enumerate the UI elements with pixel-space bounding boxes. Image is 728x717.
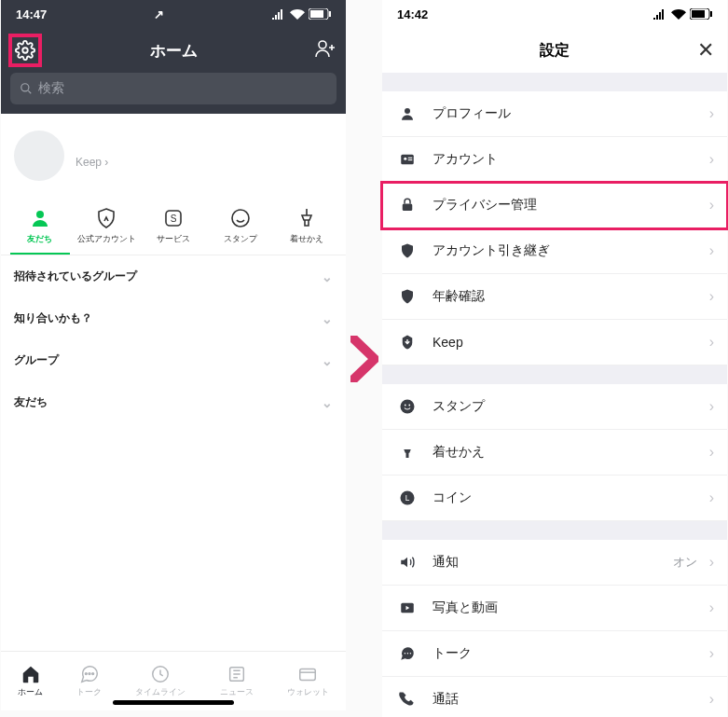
svg-point-32 <box>407 653 409 655</box>
chevron-right-icon: › <box>709 444 714 461</box>
close-button[interactable]: ✕ <box>697 38 714 62</box>
settings-row-label: Keep <box>433 335 463 350</box>
section-gap <box>382 73 727 91</box>
section-gap <box>382 365 727 384</box>
svg-rect-23 <box>408 159 413 160</box>
chevron-right-icon: › <box>709 600 714 616</box>
svg-point-6 <box>36 211 44 218</box>
settings-button[interactable] <box>10 35 40 65</box>
person-icon <box>29 207 51 229</box>
settings-row-label: トーク <box>433 645 472 662</box>
chevron-down-icon: ⌄ <box>322 311 333 326</box>
nav-bar: 設定 ✕ <box>382 28 727 73</box>
search-input[interactable]: 検索 <box>10 73 337 104</box>
news-icon <box>227 664 247 684</box>
svg-point-26 <box>405 405 406 407</box>
chevron-right-icon: › <box>709 151 714 168</box>
svg-point-10 <box>85 673 87 675</box>
settings-row-id[interactable]: アカウント› <box>382 137 727 183</box>
settings-row-phone[interactable]: 通話› <box>382 677 727 717</box>
settings-row-shield[interactable]: 年齢確認› <box>382 274 727 320</box>
tab-service[interactable]: S サービス <box>144 207 203 255</box>
phone-home-screen: 14:47 ↗ ホーム 検索 Keep 友だち <box>1 0 346 710</box>
chevron-down-icon: ⌄ <box>322 269 333 284</box>
bt-talk[interactable]: トーク <box>76 664 102 698</box>
row-groups[interactable]: グループ⌄ <box>1 339 346 381</box>
chevron-right-icon: › <box>709 105 714 122</box>
tab-official[interactable]: 公式アカウント <box>76 207 136 255</box>
add-friend-button[interactable] <box>314 37 337 63</box>
svg-rect-2 <box>329 11 331 17</box>
service-icon: S <box>162 207 185 229</box>
settings-row-media[interactable]: 写真と動画› <box>382 586 727 631</box>
settings-row-label: アカウント引き継ぎ <box>433 242 550 259</box>
download-icon <box>397 334 418 351</box>
svg-point-11 <box>89 673 90 675</box>
row-friends[interactable]: 友だち⌄ <box>1 381 346 423</box>
page-title: 設定 <box>540 41 570 61</box>
section-gap <box>382 521 727 540</box>
settings-row-lock[interactable]: プライバシー管理› <box>382 183 727 228</box>
phone-settings-screen: 14:42 設定 ✕ プロフィール›アカウント›プライバシー管理›アカウント引き… <box>382 0 727 710</box>
settings-row-label: アカウント <box>433 151 498 168</box>
profile-row[interactable]: Keep <box>1 114 346 198</box>
speaker-icon <box>397 554 418 571</box>
row-invited-groups[interactable]: 招待されているグループ⌄ <box>1 255 346 297</box>
brush-icon <box>295 207 318 229</box>
nav-bar: ホーム <box>1 28 346 73</box>
chevron-right-icon: › <box>709 398 714 415</box>
svg-rect-15 <box>300 669 316 681</box>
chevron-down-icon: ⌄ <box>322 395 333 410</box>
settings-row-label: 着せかえ <box>433 444 485 461</box>
shield-icon <box>95 207 117 229</box>
bt-news[interactable]: ニュース <box>220 664 254 698</box>
coin-icon: L <box>397 489 418 506</box>
svg-text:S: S <box>171 214 177 224</box>
svg-point-3 <box>22 48 28 53</box>
settings-row-label: スタンプ <box>433 398 485 415</box>
svg-point-19 <box>405 108 410 114</box>
row-maybe-know[interactable]: 知り合いかも？⌄ <box>1 297 346 339</box>
settings-list: プロフィール›アカウント›プライバシー管理›アカウント引き継ぎ›年齢確認›Kee… <box>382 73 727 717</box>
tab-stamp[interactable]: スタンプ <box>211 207 270 255</box>
settings-row-label: 通話 <box>433 691 459 708</box>
svg-point-31 <box>405 653 406 655</box>
settings-row-person[interactable]: プロフィール› <box>382 91 727 137</box>
person-icon <box>397 105 418 122</box>
tab-theme[interactable]: 着せかえ <box>277 207 337 255</box>
clock-icon <box>150 664 171 684</box>
chevron-right-icon: › <box>709 554 714 571</box>
svg-rect-18 <box>710 11 712 17</box>
svg-rect-24 <box>403 204 413 212</box>
settings-row-label: 通知 <box>433 554 459 571</box>
svg-point-27 <box>408 405 410 407</box>
bt-wallet[interactable]: ウォレット <box>287 664 329 698</box>
bt-home[interactable]: ホーム <box>18 664 43 698</box>
settings-row-coin[interactable]: Lコイン› <box>382 476 727 521</box>
smile-icon <box>229 207 252 229</box>
chevron-right-icon: › <box>709 334 714 351</box>
svg-point-4 <box>319 41 326 48</box>
chevron-right-icon: › <box>709 489 714 506</box>
status-time: 14:42 <box>397 7 428 21</box>
home-tabs: 友だち 公式アカウント S サービス スタンプ 着せかえ <box>1 198 346 255</box>
expand-list: 招待されているグループ⌄ 知り合いかも？⌄ グループ⌄ 友だち⌄ <box>1 255 346 423</box>
keep-link[interactable]: Keep <box>76 156 108 169</box>
bt-timeline[interactable]: タイムライン <box>135 664 185 698</box>
svg-rect-17 <box>692 10 705 18</box>
svg-text:L: L <box>405 494 410 503</box>
settings-row-label: 年齢確認 <box>433 288 485 305</box>
settings-row-brush[interactable]: 着せかえ› <box>382 430 727 476</box>
status-icons <box>271 8 331 20</box>
settings-row-speaker[interactable]: 通知オン› <box>382 540 727 586</box>
phone-icon <box>397 691 418 708</box>
settings-row-shield[interactable]: アカウント引き継ぎ› <box>382 228 727 274</box>
settings-row-side: オン <box>673 554 697 571</box>
settings-row-download[interactable]: Keep› <box>382 320 727 365</box>
search-icon <box>20 82 33 95</box>
chevron-right-icon: › <box>709 288 714 305</box>
settings-row-chat[interactable]: トーク› <box>382 631 727 677</box>
id-icon <box>397 151 418 168</box>
settings-row-smile[interactable]: スタンプ› <box>382 384 727 430</box>
tab-friends[interactable]: 友だち <box>10 207 70 255</box>
